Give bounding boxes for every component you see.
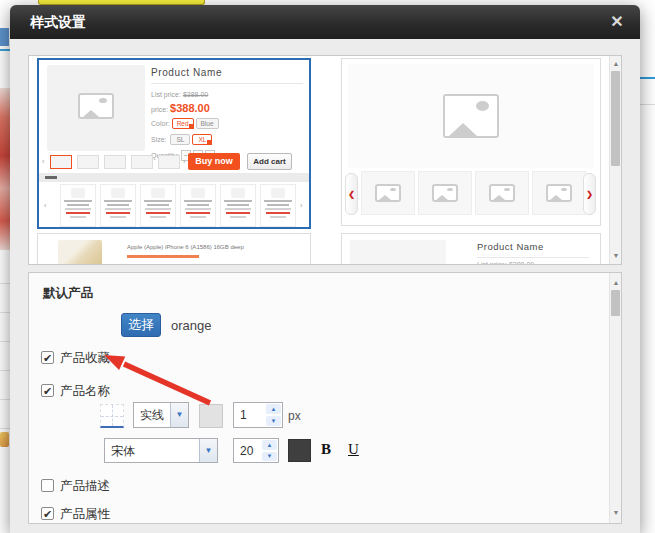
related-product-card: [180, 184, 216, 227]
settings-form-panel: 默认产品 选择 orange ✔ 产品收藏 ✔ 产品名称 实线 ▼ 1 ▲ ▼ …: [28, 272, 622, 524]
product-name: Product Name: [477, 241, 544, 252]
related-product-card: [100, 184, 136, 227]
default-product-label: 默认产品: [43, 285, 93, 302]
thumbnail[interactable]: [131, 155, 153, 169]
border-side-picker[interactable]: [100, 404, 124, 428]
font-family-value: 宋体: [111, 442, 135, 459]
product-title: Apple (Apple) iPhone 6 (A1586) 16GB deep: [127, 244, 244, 250]
font-size-value[interactable]: 20: [240, 444, 253, 458]
image-icon: [375, 184, 401, 202]
checkbox-label-attributes[interactable]: 产品属性: [60, 506, 110, 523]
carousel-prev-button[interactable]: ❮: [345, 173, 358, 215]
checkbox-product-description[interactable]: [41, 479, 54, 492]
border-color-swatch[interactable]: [199, 404, 223, 428]
template-card-detail-selected[interactable]: Product Name List price: $388.00 price: …: [37, 58, 311, 229]
chevron-right-icon: ❯: [586, 190, 593, 199]
border-style-dropdown[interactable]: 实线 ▼: [133, 402, 189, 428]
dropdown-button[interactable]: ▼: [170, 403, 188, 427]
form-scrollbar[interactable]: ▲ ▼: [609, 273, 621, 523]
image-icon: [78, 93, 114, 119]
template-card-list[interactable]: Apple (Apple) iPhone 6 (A1586) 16GB deep: [37, 233, 311, 265]
check-icon: ✔: [43, 385, 52, 397]
image-icon: [546, 184, 572, 202]
thumbnail[interactable]: [361, 171, 415, 215]
border-width-value[interactable]: 1: [240, 408, 247, 422]
template-card-simple[interactable]: Product Name List price: $388.00: [341, 233, 601, 265]
checkbox-product-name[interactable]: ✔: [41, 384, 54, 397]
spin-down-button[interactable]: ▼: [262, 452, 277, 462]
background-fragment-right-blue-line: [640, 77, 655, 79]
template-card-gallery[interactable]: ❮ ❯: [341, 58, 601, 226]
iphone-product-image: [58, 240, 102, 265]
color-option-blue[interactable]: Blue: [196, 118, 219, 129]
size-option-xl[interactable]: XL: [192, 134, 212, 145]
checkbox-label-name[interactable]: 产品名称: [60, 383, 110, 400]
cards-next-icon[interactable]: ›: [300, 202, 302, 209]
carousel-next-button[interactable]: ❯: [583, 173, 596, 215]
font-color-swatch[interactable]: [288, 439, 311, 462]
font-family-dropdown[interactable]: 宋体 ▼: [104, 438, 218, 463]
checkbox-product-favorite[interactable]: ✔: [41, 351, 54, 364]
select-product-button[interactable]: 选择: [121, 313, 161, 337]
size-option-sl[interactable]: SL: [170, 134, 190, 145]
spin-down-button[interactable]: ▼: [266, 416, 281, 426]
close-icon[interactable]: ✕: [607, 12, 627, 32]
thumb-next-icon[interactable]: ›: [183, 158, 185, 165]
image-icon: [443, 94, 499, 138]
check-icon: ✔: [43, 508, 52, 520]
thumbnail-selected[interactable]: [50, 155, 72, 169]
product-name: Product Name: [151, 67, 222, 78]
bold-button[interactable]: B: [321, 441, 331, 458]
list-price-label: List price:: [151, 91, 181, 98]
thumb-prev-icon[interactable]: ‹: [42, 158, 44, 165]
scroll-up-icon[interactable]: ▲: [610, 58, 622, 70]
color-row: Color: Red Blue: [151, 118, 219, 129]
thumbnail[interactable]: [418, 171, 472, 215]
checkbox-label-description[interactable]: 产品描述: [60, 478, 110, 495]
scroll-down-icon[interactable]: ▼: [610, 250, 622, 262]
price-row: price: $388.00: [151, 102, 210, 114]
related-product-card: [260, 184, 296, 227]
color-option-red[interactable]: Red: [172, 118, 194, 129]
size-label: Size:: [151, 136, 167, 143]
dialog-titlebar: 样式设置 ✕: [10, 5, 640, 39]
background-fragment-blue-line: [0, 49, 10, 51]
thumbnail[interactable]: [158, 155, 180, 169]
border-width-spinner[interactable]: 1 ▲ ▼: [233, 402, 283, 428]
underline-button[interactable]: U: [348, 441, 359, 458]
related-label-bar: [45, 176, 57, 179]
thumbnail[interactable]: [77, 155, 99, 169]
thumbnail[interactable]: [532, 171, 586, 215]
background-fragment-blue: [0, 28, 9, 46]
price-value: $388.00: [170, 102, 210, 114]
scroll-down-icon[interactable]: ▼: [610, 507, 622, 519]
scroll-up-icon[interactable]: ▲: [610, 277, 622, 289]
thumbnail[interactable]: [475, 171, 529, 215]
spin-up-button[interactable]: ▲: [262, 440, 277, 450]
preview-scrollbar[interactable]: ▲ ▼: [609, 56, 621, 264]
background-fragment-promo-image: [0, 88, 10, 250]
page: 样式设置 ✕ Product Name List price: $388.00 …: [0, 0, 655, 533]
add-cart-button[interactable]: Add cart: [247, 153, 292, 170]
thumbnail[interactable]: [104, 155, 126, 169]
check-icon: ✔: [43, 352, 52, 364]
spin-up-icon: ▲: [266, 406, 281, 412]
main-image-placeholder: [47, 65, 145, 151]
chevron-left-icon: ❮: [348, 190, 355, 199]
spin-up-button[interactable]: ▲: [266, 404, 281, 414]
related-product-card: [220, 184, 256, 227]
buy-now-button[interactable]: Buy now: [188, 153, 240, 170]
checkbox-product-attributes[interactable]: ✔: [41, 507, 54, 520]
dropdown-button[interactable]: ▼: [199, 439, 217, 462]
cards-prev-icon[interactable]: ‹: [44, 202, 46, 209]
color-label: Color:: [151, 120, 170, 127]
checkbox-label-favorite[interactable]: 产品收藏: [60, 350, 110, 367]
scrollbar-thumb[interactable]: [611, 290, 620, 316]
list-price-row: List price: $388.00: [151, 91, 208, 98]
divider: [477, 257, 589, 258]
related-products-header: [39, 173, 309, 182]
image-icon: [489, 184, 515, 202]
font-size-spinner[interactable]: 20 ▲ ▼: [233, 438, 279, 463]
background-fragment-icon: [0, 432, 9, 447]
scrollbar-thumb[interactable]: [611, 71, 620, 166]
